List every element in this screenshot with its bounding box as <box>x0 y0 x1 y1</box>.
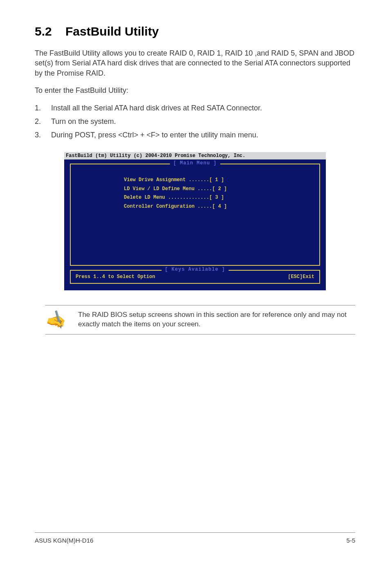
bios-screenshot: FastBuild (tm) Utility (c) 2004-2010 Pro… <box>64 152 326 290</box>
step-number: 3. <box>35 130 41 141</box>
page-footer: ASUS KGN(M)H-D16 5-5 <box>35 532 355 544</box>
to-enter-paragraph: To enter the FastBuild Utility: <box>35 85 355 95</box>
bios-menu-item: View Drive Assignment .......[ 1 ] <box>124 176 315 185</box>
bios-main-title: [ Main Menu ] <box>170 160 220 166</box>
bios-main-panel: [ Main Menu ] View Drive Assignment ....… <box>70 164 320 266</box>
step-text: During POST, press <Ctrl> + <F> to enter… <box>51 131 258 139</box>
list-item: 3. During POST, press <Ctrl> + <F> to en… <box>35 130 355 141</box>
bios-header: FastBuild (tm) Utility (c) 2004-2010 Pro… <box>64 152 326 159</box>
list-item: 2. Turn on the system. <box>35 116 355 127</box>
bios-keys-panel: [ Keys Available ] Press 1..4 to Select … <box>70 270 320 284</box>
footer-right: 5-5 <box>346 537 355 544</box>
note-icon: ✍ <box>45 308 68 331</box>
bios-keys-left: Press 1..4 to Select Option <box>76 274 155 280</box>
bios-keys-line: Press 1..4 to Select Option [ESC]Exit <box>75 273 315 281</box>
step-text: Turn on the system. <box>51 117 116 126</box>
bios-menu-item: LD View / LD Define Menu .....[ 2 ] <box>124 185 315 194</box>
intro-paragraph: The FastBuild Utility allows you to crea… <box>35 48 355 78</box>
step-number: 1. <box>35 103 41 114</box>
step-number: 2. <box>35 116 41 127</box>
bios-keys-title: [ Keys Available ] <box>161 267 229 272</box>
step-text: Install all the Serial ATA hard disk dri… <box>51 104 262 112</box>
bios-screen: [ Main Menu ] View Drive Assignment ....… <box>64 159 326 290</box>
note-block: ✍ The RAID BIOS setup screens shown in t… <box>45 305 355 334</box>
bios-menu-item: Controller Configuration .....[ 4 ] <box>124 202 315 211</box>
bios-menu-item: Delete LD Menu ..............[ 3 ] <box>124 193 315 202</box>
list-item: 1. Install all the Serial ATA hard disk … <box>35 103 355 114</box>
bios-menu: View Drive Assignment .......[ 1 ] LD Vi… <box>75 176 315 211</box>
section-number: 5.2 <box>35 25 65 38</box>
bios-keys-right: [ESC]Exit <box>288 274 314 280</box>
footer-left: ASUS KGN(M)H-D16 <box>35 537 93 544</box>
note-text: The RAID BIOS setup screens shown in thi… <box>78 310 355 329</box>
section-heading: 5.2FastBuild Utility <box>35 25 355 38</box>
section-title: FastBuild Utility <box>65 25 159 38</box>
steps-list: 1. Install all the Serial ATA hard disk … <box>35 103 355 141</box>
